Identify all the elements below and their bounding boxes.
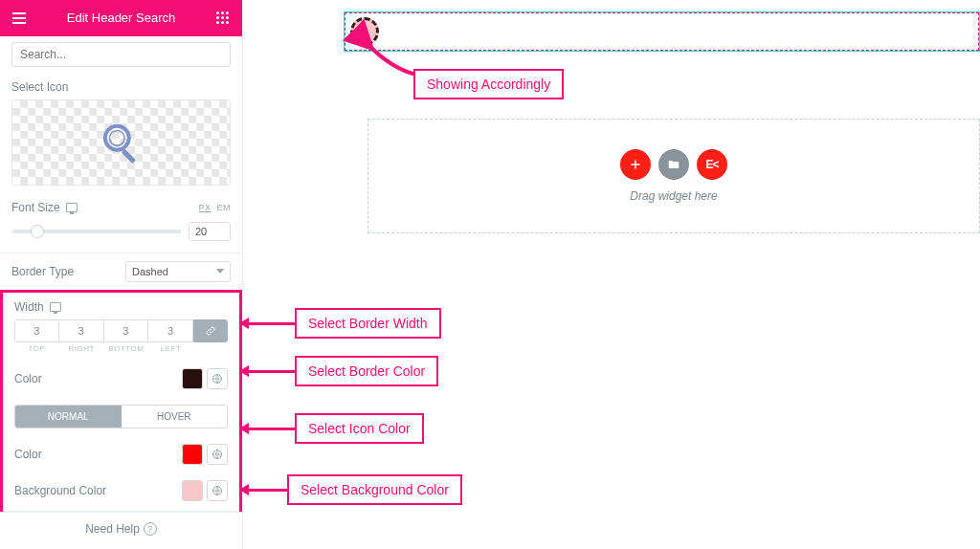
width-left-input[interactable] [148, 319, 193, 342]
select-icon-label: Select Icon [11, 80, 231, 94]
editor-canvas: E< Drag widget here [243, 0, 980, 549]
tab-normal[interactable]: NORMAL [15, 406, 122, 428]
panel-body: Select Icon Font Size PX EM Border Type … [0, 36, 242, 512]
font-size-row: Font Size PX EM [0, 193, 242, 222]
width-label: Width [14, 300, 44, 314]
magnifier-icon [98, 119, 145, 166]
icon-color-row: Color [3, 436, 239, 472]
search-icon [358, 25, 371, 38]
border-type-row: Border Type Dashed [0, 253, 242, 290]
highlighted-settings: Width TOP RIGHT BOTTOM LEFT Color [0, 290, 242, 512]
globe-icon [212, 485, 223, 496]
search-input[interactable] [11, 42, 231, 67]
icon-color-swatch[interactable] [182, 444, 203, 465]
panel-title: Edit Header Search [67, 11, 175, 25]
bg-color-swatch[interactable] [182, 480, 203, 501]
annotation-border-width: Select Border Width [247, 308, 441, 339]
globe-icon [212, 373, 223, 384]
global-color-button[interactable] [207, 444, 228, 465]
hamburger-icon[interactable] [11, 11, 27, 26]
border-color-swatch[interactable] [182, 368, 203, 389]
svg-rect-2 [121, 148, 136, 164]
bg-color-row: Background Color [3, 472, 239, 509]
font-size-slider[interactable] [11, 230, 181, 233]
responsive-icon[interactable] [50, 302, 61, 312]
add-section-button[interactable] [620, 149, 651, 180]
plus-icon [629, 158, 642, 171]
tab-hover[interactable]: HOVER [122, 406, 228, 428]
dropzone-label: Drag widget here [630, 189, 717, 203]
width-right-input[interactable] [59, 319, 104, 342]
header-search-widget[interactable] [344, 11, 980, 52]
annotation-icon-color: Select Icon Color [247, 413, 424, 444]
drop-zone[interactable]: E< Drag widget here [368, 119, 980, 233]
globe-icon [212, 449, 223, 460]
icon-preview[interactable] [11, 99, 231, 186]
link-values-button[interactable] [193, 319, 228, 342]
global-color-button[interactable] [207, 480, 228, 501]
svg-point-1 [109, 130, 124, 145]
sidebar-panel: Edit Header Search Select Icon Font Size… [0, 0, 243, 549]
need-help-link[interactable]: Need Help ? [0, 512, 242, 549]
link-icon [205, 325, 216, 337]
font-size-value[interactable] [189, 222, 231, 241]
responsive-icon[interactable] [66, 203, 78, 212]
global-color-button[interactable] [207, 368, 228, 389]
svg-point-0 [104, 125, 128, 149]
width-top-input[interactable] [14, 319, 59, 342]
kit-button[interactable]: E< [697, 149, 727, 180]
annotation-showing: Showing Accordingly [413, 69, 564, 99]
template-library-button[interactable] [658, 149, 689, 180]
folder-icon [667, 158, 680, 171]
apps-grid-icon[interactable] [215, 11, 231, 26]
annotation-bg-color: Select Background Color [247, 474, 462, 505]
help-icon: ? [144, 522, 157, 536]
state-tabs: NORMAL HOVER [14, 405, 228, 428]
unit-switch[interactable]: PX EM [198, 203, 231, 212]
border-width-inputs [14, 319, 228, 342]
svg-line-7 [367, 33, 369, 36]
annotation-border-color: Select Border Color [247, 356, 438, 386]
panel-header: Edit Header Search [0, 0, 242, 36]
border-color-row: Color [3, 361, 239, 397]
border-type-dropdown[interactable]: Dashed [125, 261, 231, 282]
chevron-down-icon [216, 269, 224, 274]
width-bottom-input[interactable] [104, 319, 149, 342]
